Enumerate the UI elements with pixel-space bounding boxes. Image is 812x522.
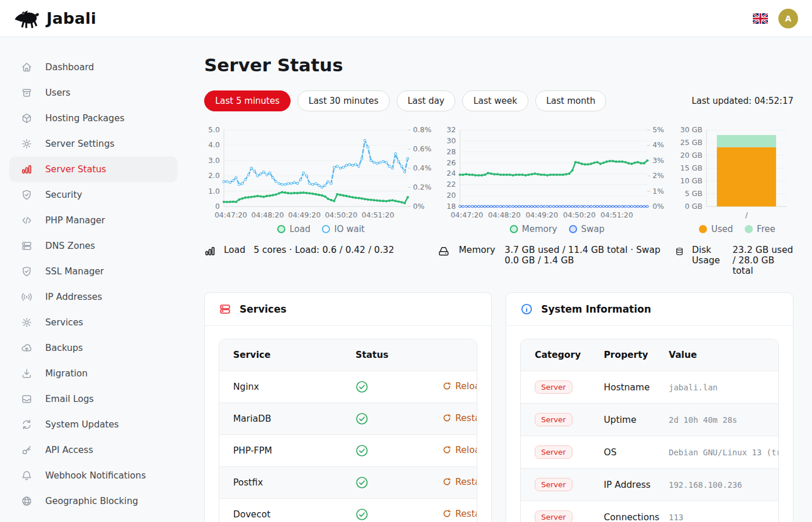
restart-mariadb-link[interactable]: Restart	[443, 413, 477, 423]
svg-text:15 GB: 15 GB	[680, 164, 702, 172]
svg-text:32: 32	[447, 125, 456, 134]
sidebar-item-server-settings[interactable]: Server Settings	[9, 131, 177, 157]
info-icon	[520, 303, 533, 316]
sysinfo-row-os: ServerOSDebian GNU/Linux 13 (trixie)	[521, 436, 778, 469]
sidebar-item-services[interactable]: Services	[9, 310, 177, 335]
svg-text:25 GB: 25 GB	[680, 138, 702, 147]
legend-item-load: Load	[277, 223, 310, 235]
refresh-icon	[21, 419, 32, 430]
sidebar-item-geographic-blocking[interactable]: Geographic Blocking	[9, 488, 177, 514]
legend-item-used: Used	[699, 223, 733, 235]
sidebar-item-label: SSL Manager	[45, 266, 104, 277]
svg-text:04:51:20: 04:51:20	[362, 211, 394, 219]
sidebar-item-ip-addresses[interactable]: IP Addresses	[9, 284, 177, 310]
reload-nginx-link[interactable]: Reload	[443, 381, 477, 392]
home-icon	[21, 61, 32, 73]
filter-last-month[interactable]: Last month	[535, 90, 607, 111]
sidebar-item-webhook-notifications[interactable]: Webhook Notifications	[9, 463, 177, 488]
load-chart: 01.02.03.04.05.00%0.2%0.4%0.6%0.8%04:47:…	[204, 124, 438, 235]
sidebar-item-label: API Access	[45, 445, 93, 455]
sysinfo-value: Debian GNU/Linux 13 (trixie)	[669, 448, 778, 457]
sidebar-item-label: System Updates	[45, 419, 119, 430]
legend-item-io-wait: IO wait	[322, 223, 365, 235]
memory-chart-svg: 18202224262830320%1%2%3%4%5%04:47:2004:4…	[440, 124, 674, 222]
sidebar-item-php-manager[interactable]: PHP Manager	[9, 208, 177, 233]
sysinfo-property: IP Address	[590, 469, 655, 501]
legend-item-memory: Memory	[510, 223, 557, 235]
category-badge: Server	[535, 445, 572, 459]
filter-last-5-minutes[interactable]: Last 5 minutes	[204, 90, 291, 111]
service-name: Postfix	[219, 467, 342, 499]
system-information-card: System Information Category Property Val…	[506, 292, 793, 522]
sidebar-item-system-updates[interactable]: System Updates	[9, 412, 177, 437]
sidebar-item-label: IP Addresses	[45, 292, 102, 302]
sidebar-item-label: Users	[45, 88, 70, 98]
sidebar-item-hosting-packages[interactable]: Hosting Packages	[9, 106, 177, 131]
sidebar-item-users[interactable]: Users	[9, 80, 177, 106]
legend-dot	[699, 225, 707, 233]
brand[interactable]: Jabali	[14, 8, 96, 29]
sidebar-item-backups[interactable]: Backups	[9, 335, 177, 361]
language-flag-uk-icon[interactable]	[753, 13, 768, 24]
sidebar-item-label: PHP Manager	[45, 215, 105, 226]
sysinfo-value: 192.168.100.236	[669, 480, 778, 490]
memory-chart: 18202224262830320%1%2%3%4%5%04:47:2004:4…	[440, 124, 674, 235]
sidebar-item-label: Backups	[45, 343, 83, 353]
bar-chart-icon	[21, 164, 32, 175]
disk-chart-legend: UsedFree	[699, 223, 775, 235]
services-table-header: Service Status	[219, 339, 477, 371]
restart-dovecot-link[interactable]: Restart	[443, 509, 477, 519]
inbox-icon	[21, 393, 32, 405]
disk-chart-svg: 0 GB5 GB10 GB15 GB20 GB25 GB30 GB/	[680, 124, 795, 222]
filter-last-week[interactable]: Last week	[462, 90, 528, 111]
sidebar-item-migration[interactable]: Migration	[9, 361, 177, 386]
reload-php-fpm-link[interactable]: Reload	[443, 445, 477, 455]
svg-text:5 GB: 5 GB	[685, 189, 702, 198]
sidebar-item-server-status[interactable]: Server Status	[9, 157, 177, 182]
service-status-ok-icon	[342, 371, 429, 403]
service-row-mariadb: MariaDBRestart	[219, 403, 477, 435]
service-row-dovecot: DovecotRestart	[219, 499, 477, 522]
service-status-ok-icon	[342, 403, 429, 435]
col-service: Service	[219, 339, 342, 371]
svg-text:28: 28	[447, 147, 456, 156]
top-bar: Jabali A	[0, 0, 812, 37]
col-status: Status	[342, 339, 429, 371]
filter-last-day[interactable]: Last day	[397, 90, 456, 111]
sidebar-item-api-access[interactable]: API Access	[9, 437, 177, 463]
sidebar-item-email-logs[interactable]: Email Logs	[9, 386, 177, 412]
svg-text:2.0: 2.0	[208, 171, 220, 180]
page-title: Server Status	[204, 55, 793, 75]
sidebar-item-ssl-manager[interactable]: SSL Manager	[9, 259, 177, 284]
sysinfo-table-header: Category Property Value	[521, 339, 778, 371]
col-property: Property	[590, 339, 655, 371]
sidebar-item-dashboard[interactable]: Dashboard	[9, 55, 177, 80]
svg-text:04:48:20: 04:48:20	[488, 211, 521, 219]
filter-last-30-minutes[interactable]: Last 30 minutes	[298, 90, 390, 111]
server-stack-icon	[219, 303, 231, 316]
last-updated-text: Last updated: 04:52:17	[691, 96, 793, 106]
download-icon	[21, 368, 32, 379]
restart-postfix-link[interactable]: Restart	[443, 477, 477, 487]
svg-text:10 GB: 10 GB	[680, 176, 702, 185]
service-row-nginx: NginxReload	[219, 371, 477, 403]
memory-stat-label: Memory	[459, 245, 495, 255]
sidebar-item-label: Server Status	[45, 164, 106, 175]
sidebar-item-label: Services	[45, 317, 83, 328]
memory-chart-legend: MemorySwap	[510, 223, 605, 235]
svg-text:20: 20	[447, 191, 456, 200]
category-badge: Server	[535, 510, 572, 522]
category-badge: Server	[535, 413, 572, 426]
legend-dot	[322, 225, 330, 233]
svg-text:04:49:20: 04:49:20	[525, 211, 558, 219]
legend-dot	[510, 225, 518, 233]
svg-text:04:50:20: 04:50:20	[325, 211, 357, 219]
disk-stat: Disk Usage 23.2 GB used / 28.0 GB total	[675, 245, 793, 276]
sidebar-item-dns-zones[interactable]: DNS Zones	[9, 233, 177, 259]
user-avatar[interactable]: A	[778, 9, 798, 28]
key-icon	[21, 444, 32, 456]
disk-chart: 0 GB5 GB10 GB15 GB20 GB25 GB30 GB/ UsedF…	[680, 124, 795, 235]
sysinfo-row-connections: ServerConnections113	[521, 501, 778, 522]
hard-drive-icon	[438, 245, 449, 257]
sidebar-item-security[interactable]: Security	[9, 182, 177, 208]
